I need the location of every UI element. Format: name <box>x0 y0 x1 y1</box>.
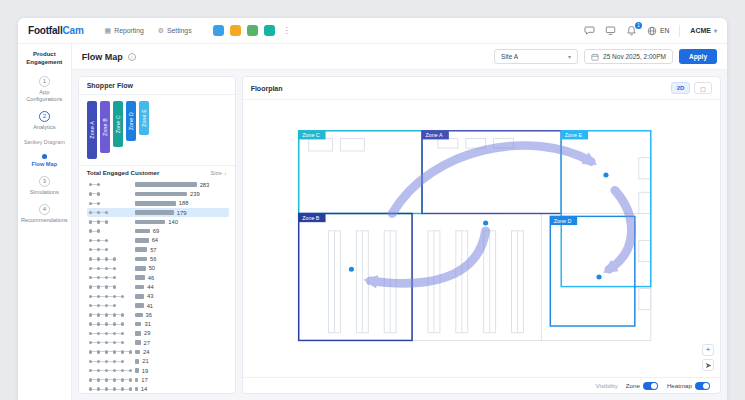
zone-ribbon-zone-d[interactable]: Zone D <box>126 101 136 141</box>
zoom-in-button[interactable]: + <box>702 344 714 356</box>
flow-path-row[interactable]: 239 <box>87 189 229 198</box>
path-sequence-dots <box>89 369 135 372</box>
path-sequence-dots <box>89 378 135 381</box>
engaged-customer-value: 24 <box>143 349 149 355</box>
path-sequence-dots <box>89 304 135 307</box>
step-number-badge: 3 <box>39 176 50 187</box>
info-icon[interactable]: i <box>128 53 136 61</box>
path-sequence-dots <box>89 387 135 390</box>
flow-path-row[interactable]: 36 <box>87 310 229 319</box>
flow-path-row[interactable]: 64 <box>87 236 229 245</box>
account-menu[interactable]: ACME ▾ <box>690 27 717 34</box>
flow-path-row[interactable]: 31 <box>87 319 229 328</box>
floorplan-canvas[interactable]: Zone CZone AZone EZone BZone D + <box>243 100 720 377</box>
toggle-switch[interactable] <box>695 382 710 390</box>
visibility-toggle-heatmap[interactable]: Heatmap <box>667 382 710 390</box>
flow-path-row[interactable]: 188 <box>87 199 229 208</box>
path-sequence-dots <box>89 211 135 214</box>
date-value: 25 Nov 2025, 2:00PM <box>603 53 666 60</box>
globe-icon <box>647 26 657 36</box>
caret-down-icon: ▾ <box>568 53 571 60</box>
engaged-customer-bar <box>135 387 138 392</box>
flow-path-row[interactable]: 14 <box>87 385 229 393</box>
visibility-toggle-zone[interactable]: Zone <box>626 382 658 390</box>
view-2d-button[interactable]: 2D <box>671 82 691 94</box>
sort-control[interactable]: Size ↓ <box>210 170 226 176</box>
sidebar-item-flow-map[interactable]: Flow Map <box>21 154 68 168</box>
sidebar-item-sankey-diagram[interactable]: Sankey Diagram <box>21 139 68 146</box>
flow-path-row[interactable]: 19 <box>87 366 229 375</box>
flow-path-row[interactable]: 57 <box>87 245 229 254</box>
app-shortcut-icon[interactable] <box>213 25 224 36</box>
engaged-customer-value: 36 <box>146 312 152 318</box>
chat-icon[interactable] <box>584 25 595 36</box>
engaged-customer-value: 14 <box>141 386 147 392</box>
apply-button[interactable]: Apply <box>679 49 717 64</box>
sidebar-item-analytics[interactable]: 2Analytics <box>21 111 68 131</box>
zone-label: Zone C <box>302 132 320 138</box>
toggle-switch[interactable] <box>643 382 658 390</box>
flow-path-row[interactable]: 140 <box>87 217 229 226</box>
date-picker[interactable]: 25 Nov 2025, 2:00PM <box>584 49 673 64</box>
notification-badge: 1 <box>635 22 642 29</box>
zone-ribbon-label: Zone C <box>115 115 121 133</box>
nav-settings[interactable]: ⚙ Settings <box>153 24 197 38</box>
reporting-grid-icon: ▦ <box>105 27 112 35</box>
zone-ribbon-zone-a[interactable]: Zone A <box>87 101 97 159</box>
zone-label: Zone D <box>553 218 571 224</box>
engaged-customer-bar <box>135 285 145 290</box>
sidebar-item-app-configurations[interactable]: 1App Configurations <box>21 76 68 103</box>
engaged-customer-value: 43 <box>147 293 153 299</box>
sidebar-item-label: Flow Map <box>32 161 57 168</box>
toggle-label: Zone <box>626 382 640 389</box>
account-name: ACME <box>690 27 711 34</box>
flow-path-row[interactable]: 21 <box>87 357 229 366</box>
nav-reporting[interactable]: ▦ Reporting <box>100 24 149 38</box>
locate-button[interactable] <box>702 359 714 371</box>
sidebar-item-simulations[interactable]: 3Simulations <box>21 176 68 196</box>
floorplan-svg[interactable]: Zone CZone AZone EZone BZone D <box>243 100 720 377</box>
floorplan-zone-b[interactable]: Zone B <box>298 213 411 340</box>
sidebar: Product Engagement 1App Configurations2A… <box>18 44 72 400</box>
sidebar-item-label: Sankey Diagram <box>24 139 65 146</box>
floorplan-zone-d[interactable]: Zone D <box>550 216 635 326</box>
sidebar-item-recommendations[interactable]: 4Recommendations <box>21 204 68 224</box>
content: Shopper Flow Zone AZone BZone CZone DZon… <box>72 70 727 400</box>
step-number-badge: 2 <box>39 111 50 122</box>
zone-ribbon-label: Zone B <box>102 118 108 136</box>
app-shortcut-icon[interactable] <box>264 25 275 36</box>
sidebar-item-label: Simulations <box>30 189 59 196</box>
flow-path-row[interactable]: 46 <box>87 273 229 282</box>
fullscreen-button[interactable]: ▢ <box>694 82 712 94</box>
flow-path-row[interactable]: 50 <box>87 264 229 273</box>
flow-path-row[interactable]: 24 <box>87 347 229 356</box>
page-header: Flow Map i Site A ▾ 25 Nov 2025, 2:00PM … <box>72 44 727 70</box>
flow-path-row[interactable]: 43 <box>87 292 229 301</box>
canvas-tools: + <box>702 344 714 371</box>
app-shortcut-icon[interactable] <box>230 25 241 36</box>
floorplan-background <box>298 131 650 341</box>
zone-ribbon-zone-e[interactable]: Zone E <box>139 101 149 135</box>
nav-settings-label: Settings <box>167 27 192 34</box>
language-selector[interactable]: EN <box>647 26 669 36</box>
flow-path-row[interactable]: 179 <box>87 208 229 217</box>
flow-path-row[interactable]: 41 <box>87 301 229 310</box>
flow-path-row[interactable]: 17 <box>87 375 229 384</box>
app-shortcut-icon[interactable] <box>247 25 258 36</box>
engaged-customer-value: 64 <box>152 237 158 243</box>
flow-path-row[interactable]: 27 <box>87 338 229 347</box>
bell-icon[interactable]: 1 <box>626 25 637 36</box>
page-title: Flow Map <box>82 52 123 62</box>
flow-path-row[interactable]: 283 <box>87 180 229 189</box>
desktop-icon[interactable] <box>605 25 616 36</box>
step-number-badge: 1 <box>39 76 50 87</box>
site-select[interactable]: Site A ▾ <box>494 49 578 64</box>
zone-ribbon-zone-c[interactable]: Zone C <box>113 101 123 147</box>
flow-path-row[interactable]: 44 <box>87 282 229 291</box>
more-apps-icon[interactable]: ⋮ <box>283 26 291 35</box>
zone-ribbon-zone-b[interactable]: Zone B <box>100 101 110 153</box>
flow-path-row[interactable]: 56 <box>87 254 229 263</box>
flow-path-row[interactable]: 69 <box>87 226 229 235</box>
flow-path-row[interactable]: 29 <box>87 329 229 338</box>
engaged-customer-value: 44 <box>147 284 153 290</box>
